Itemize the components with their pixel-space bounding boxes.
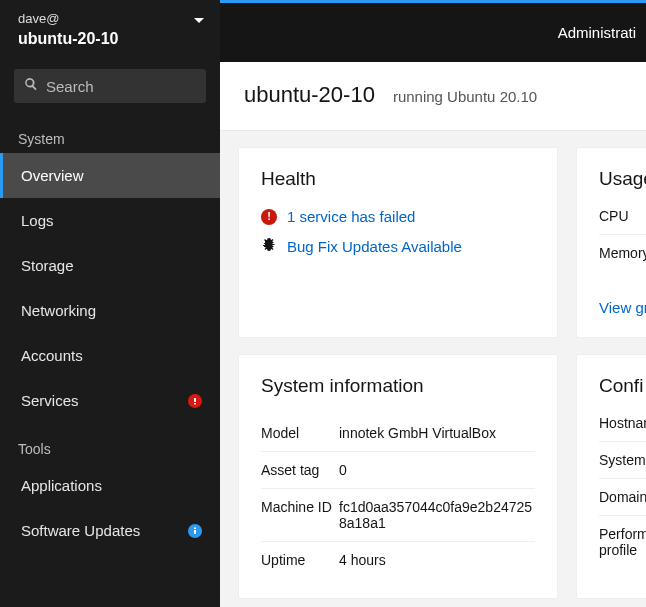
system-info-card: System information Model innotek GmbH Vi… xyxy=(238,354,558,599)
config-perf-row: Perform profile xyxy=(599,515,646,568)
sidebar-item-label: Overview xyxy=(21,167,84,184)
service-failed-link[interactable]: 1 service has failed xyxy=(287,208,415,225)
host-name: ubuntu-20-10 xyxy=(18,28,118,50)
search-icon xyxy=(24,77,38,95)
sidebar-item-label: Storage xyxy=(21,257,74,274)
sidebar-item-networking[interactable]: Networking xyxy=(0,288,220,333)
table-row: Uptime 4 hours xyxy=(261,541,535,578)
table-row: Model innotek GmbH VirtualBox xyxy=(261,415,535,451)
error-icon: ! xyxy=(261,209,277,225)
sidebar-item-overview[interactable]: Overview xyxy=(0,153,220,198)
sidebar-item-label: Applications xyxy=(21,477,102,494)
config-hostname-row: Hostnam xyxy=(599,415,646,441)
table-row: Asset tag 0 xyxy=(261,451,535,488)
search-input[interactable] xyxy=(38,78,196,95)
usage-cpu-row: CPU xyxy=(599,208,646,234)
page-title: ubuntu-20-10 xyxy=(244,82,375,108)
config-systemtime-row: System xyxy=(599,441,646,478)
sidebar-item-services[interactable]: Services xyxy=(0,378,220,423)
sidebar-item-label: Services xyxy=(21,392,79,409)
sidebar-item-applications[interactable]: Applications xyxy=(0,463,220,508)
row-value: 0 xyxy=(339,462,347,478)
sidebar-item-label: Networking xyxy=(21,302,96,319)
config-domain-row: Domain xyxy=(599,478,646,515)
card-title: Usage xyxy=(599,168,646,190)
view-graphs-link[interactable]: View gr xyxy=(599,299,646,316)
svg-rect-1 xyxy=(194,403,196,405)
row-label: Asset tag xyxy=(261,462,339,478)
sidebar-item-label: Software Updates xyxy=(21,522,140,539)
usage-memory-row: Memory xyxy=(599,234,646,271)
page-subtitle: running Ubuntu 20.10 xyxy=(393,88,537,105)
search-box[interactable] xyxy=(14,69,206,103)
card-title: Confi xyxy=(599,375,646,397)
sidebar: dave@ ubuntu-20-10 System Overview Logs … xyxy=(0,0,220,607)
sidebar-item-label: Accounts xyxy=(21,347,83,364)
svg-rect-3 xyxy=(194,530,196,534)
error-badge-icon xyxy=(188,394,202,408)
row-value: innotek GmbH VirtualBox xyxy=(339,425,496,441)
sidebar-item-storage[interactable]: Storage xyxy=(0,243,220,288)
configuration-card: Confi Hostnam System Domain Perform prof… xyxy=(576,354,646,599)
page-header: ubuntu-20-10 running Ubuntu 20.10 xyxy=(220,62,646,131)
row-value: fc1d0aa357044c0fa9e2b247258a18a1 xyxy=(339,499,535,531)
host-user: dave@ xyxy=(18,10,118,28)
chevron-down-icon xyxy=(194,18,204,23)
topbar: Administrati xyxy=(220,0,646,62)
sidebar-item-software-updates[interactable]: Software Updates xyxy=(0,508,220,553)
admin-access-link[interactable]: Administrati xyxy=(558,24,636,41)
svg-rect-2 xyxy=(194,527,196,529)
sidebar-item-logs[interactable]: Logs xyxy=(0,198,220,243)
main-content: ubuntu-20-10 running Ubuntu 20.10 Health… xyxy=(220,0,646,607)
nav-section-tools: Tools xyxy=(0,423,220,463)
card-title: Health xyxy=(261,168,535,190)
bugfix-link[interactable]: Bug Fix Updates Available xyxy=(287,238,462,255)
row-label: Uptime xyxy=(261,552,339,568)
nav-section-system: System xyxy=(0,113,220,153)
usage-card: Usage CPU Memory View gr xyxy=(576,147,646,338)
card-title: System information xyxy=(261,375,535,397)
row-label: Model xyxy=(261,425,339,441)
host-selector[interactable]: dave@ ubuntu-20-10 xyxy=(0,0,220,61)
table-row: Machine ID fc1d0aa357044c0fa9e2b247258a1… xyxy=(261,488,535,541)
info-badge-icon xyxy=(188,524,202,538)
row-value: 4 hours xyxy=(339,552,386,568)
bug-icon xyxy=(261,237,277,256)
svg-rect-0 xyxy=(194,398,196,402)
sidebar-item-label: Logs xyxy=(21,212,54,229)
sidebar-item-accounts[interactable]: Accounts xyxy=(0,333,220,378)
row-label: Machine ID xyxy=(261,499,339,531)
health-card: Health ! 1 service has failed Bug Fix Up… xyxy=(238,147,558,338)
